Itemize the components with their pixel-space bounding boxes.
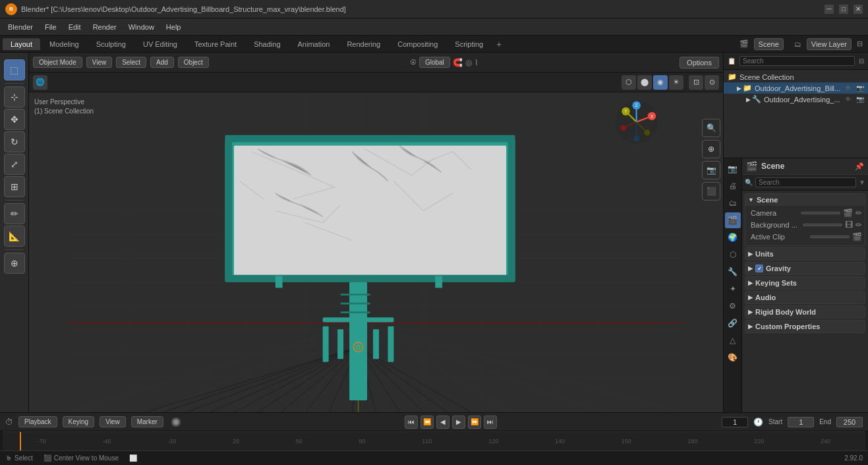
render-icon[interactable]: 📷 (856, 84, 864, 92)
viewport-canvas[interactable]: X Y Z (29, 92, 723, 412)
units-section-header[interactable]: ▶ Units (745, 248, 865, 260)
jump-end-button[interactable]: ⏭ (484, 416, 497, 429)
annotate-tool-button[interactable]: ✏ (4, 203, 25, 224)
camera-pick-icon[interactable]: 🎬 (843, 208, 853, 218)
gravity-checkbox[interactable]: ✓ (755, 264, 763, 272)
start-frame-input[interactable] (788, 417, 814, 427)
menu-edit[interactable]: Edit (63, 22, 86, 32)
play-reverse-button[interactable]: ◀ (436, 416, 449, 429)
outliner-outdoor-collection[interactable]: ▶ 📁 Outdoor_Advertising_Bill... 👁 📷 (724, 82, 868, 94)
orthographic-button[interactable]: ⬛ (702, 182, 720, 201)
prev-keyframe-button[interactable]: ⏪ (420, 416, 434, 429)
keying-menu[interactable]: Keying (63, 416, 95, 427)
menu-blender[interactable]: Blender (3, 22, 38, 32)
measure-tool-button[interactable]: 📐 (4, 226, 25, 247)
active-clip-value[interactable] (810, 235, 850, 238)
viewport-area[interactable]: 🌐 ⬡ ⬤ ◉ ☀ ⊡ ⊙ (29, 73, 723, 412)
tab-layout[interactable]: Layout (3, 38, 40, 50)
constraint-props-button[interactable]: 🔗 (725, 315, 741, 331)
tab-sculpting[interactable]: Sculpting (88, 38, 134, 50)
next-keyframe-button[interactable]: ⏩ (468, 416, 481, 429)
data-props-button[interactable]: △ (725, 332, 741, 348)
active-clip-pick-icon[interactable]: 🎬 (852, 232, 862, 241)
properties-search-input[interactable] (755, 177, 856, 187)
tab-uv-editing[interactable]: UV Editing (135, 38, 185, 50)
background-pick-icon[interactable]: 🎞 (845, 220, 853, 230)
current-frame-input[interactable] (722, 417, 748, 427)
material-props-button[interactable]: 🎨 (725, 350, 741, 365)
scene-selector[interactable]: Scene (754, 38, 784, 50)
physics-props-button[interactable]: ⚙ (725, 298, 741, 314)
cursor-tool-button[interactable]: ⊹ (4, 86, 25, 108)
timeline-scrubber[interactable]: -70 -40 -10 20 50 80 110 120 140 150 180… (0, 431, 868, 450)
menu-help[interactable]: Help (161, 22, 187, 32)
modifier-props-button[interactable]: 🔧 (725, 264, 741, 280)
output-props-button[interactable]: 🖨 (725, 178, 741, 194)
audio-section-header[interactable]: ▶ Audio (745, 292, 865, 303)
background-value[interactable] (803, 224, 842, 226)
transform-tool-button[interactable]: ⊞ (4, 176, 25, 197)
outliner-outdoor-object[interactable]: ▶ 🔧 Outdoor_Advertising_... 👁 📷 (724, 94, 868, 105)
tab-modeling[interactable]: Modeling (42, 38, 87, 50)
world-props-button[interactable]: 🌍 (725, 230, 741, 245)
menu-render[interactable]: Render (88, 22, 122, 32)
zoom-in-button[interactable]: 🔍 (702, 119, 720, 137)
object-render-icon[interactable]: 📷 (856, 96, 864, 103)
pin-icon[interactable]: 📌 (855, 162, 864, 171)
background-edit-icon[interactable]: ✏ (855, 220, 862, 230)
tab-texture-paint[interactable]: Texture Paint (187, 38, 245, 50)
outliner-filter-icon[interactable]: ⊟ (859, 57, 864, 65)
camera-value[interactable] (801, 212, 840, 214)
maximize-button[interactable]: □ (839, 5, 848, 14)
scene-props-button[interactable]: 🎬 (725, 212, 741, 228)
select-menu[interactable]: Select (116, 57, 146, 68)
move-tool-button[interactable]: ✥ (4, 109, 25, 130)
view-layer-selector[interactable]: View Layer (807, 38, 852, 50)
outliner-scene-collection[interactable]: 📁 Scene Collection (724, 71, 868, 82)
add-menu[interactable]: Add (150, 57, 174, 68)
scene-section-header[interactable]: ▼ Scene (745, 194, 865, 206)
tab-rendering[interactable]: Rendering (339, 38, 388, 50)
close-button[interactable]: ✕ (854, 5, 863, 14)
scale-tool-button[interactable]: ⤢ (4, 154, 25, 175)
play-button[interactable]: ▶ (452, 416, 465, 429)
marker-menu[interactable]: Marker (131, 416, 163, 427)
camera-edit-icon[interactable]: ✏ (855, 208, 862, 218)
custom-props-header[interactable]: ▶ Custom Properties (745, 321, 865, 332)
overlays-button[interactable]: ⊡ (689, 75, 703, 90)
gravity-section-header[interactable]: ▶ ✓ Gravity (745, 263, 865, 274)
window-controls[interactable]: ─ □ ✕ (825, 5, 863, 14)
add-workspace-button[interactable]: + (492, 38, 506, 51)
object-visibility-icon[interactable]: 👁 (845, 96, 852, 103)
xray-button[interactable]: ⊙ (705, 75, 719, 90)
particles-props-button[interactable]: ✦ (725, 281, 741, 297)
object-menu[interactable]: Object (178, 57, 209, 68)
menu-file[interactable]: File (40, 22, 62, 32)
outliner-search-input[interactable] (739, 56, 855, 66)
timeline-track[interactable]: -70 -40 -10 20 50 80 110 120 140 150 180… (3, 431, 865, 450)
tab-animation[interactable]: Animation (290, 38, 338, 50)
keying-sets-header[interactable]: ▶ Keying Sets (745, 277, 865, 289)
view-layer-props-button[interactable]: 🗂 (725, 195, 741, 211)
menu-window[interactable]: Window (123, 22, 159, 32)
options-button[interactable]: Options (680, 57, 719, 69)
camera-view-button[interactable]: 📷 (702, 161, 720, 179)
object-props-button[interactable]: ⬡ (725, 247, 741, 263)
material-shading-button[interactable]: ◉ (653, 75, 668, 90)
viewport-mode-icon[interactable]: 🌐 (33, 75, 47, 90)
record-button[interactable] (171, 418, 181, 427)
playback-menu[interactable]: Playback (18, 416, 57, 427)
jump-start-button[interactable]: ⏮ (405, 416, 418, 429)
global-dropdown[interactable]: Global (419, 57, 450, 68)
rigid-body-header[interactable]: ▶ Rigid Body World (745, 306, 865, 318)
tab-shading[interactable]: Shading (246, 38, 288, 50)
properties-expand-icon[interactable]: ▼ (859, 179, 865, 186)
view-menu[interactable]: View (86, 57, 113, 68)
end-frame-input[interactable] (836, 417, 863, 427)
select-tool-button[interactable]: ⬚ (4, 59, 25, 80)
add-object-button[interactable]: ⊕ (4, 253, 25, 274)
minimize-button[interactable]: ─ (825, 5, 834, 14)
tab-scripting[interactable]: Scripting (447, 38, 491, 50)
solid-shading-button[interactable]: ⬤ (637, 75, 652, 90)
render-props-button[interactable]: 📷 (725, 161, 741, 177)
